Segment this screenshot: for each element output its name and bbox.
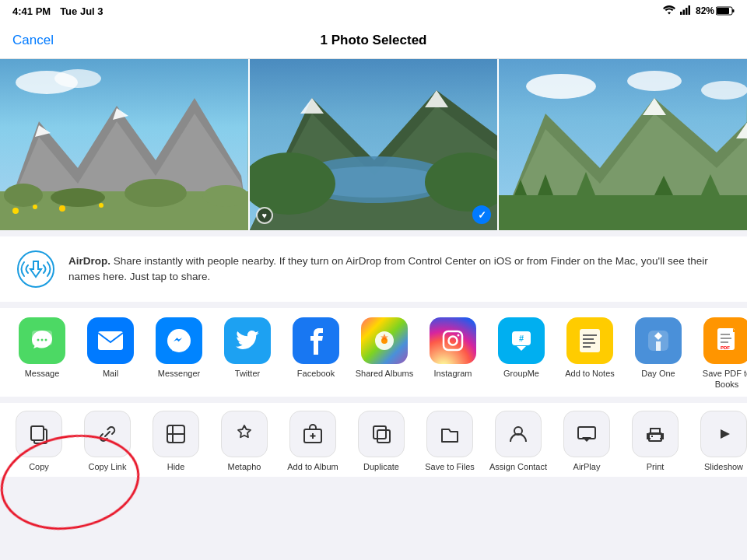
cancel-button[interactable]: Cancel: [12, 33, 54, 48]
action-airplay-label: AirPlay: [573, 461, 601, 472]
action-copy-link-label: Copy Link: [89, 461, 127, 472]
svg-text:PDF: PDF: [721, 345, 730, 350]
facebook-icon: [293, 317, 339, 364]
airplay-icon: [563, 411, 610, 457]
airdrop-title: AirDrop.: [68, 255, 110, 267]
photo-item-2[interactable]: ♥ ✓: [248, 59, 498, 230]
photo-badge-heart: ♥: [256, 207, 273, 224]
app-twitter[interactable]: Twitter: [213, 317, 282, 379]
add-to-album-icon: [289, 411, 336, 457]
app-shared-albums[interactable]: Shared Albums: [350, 317, 419, 379]
groupme-icon: #: [498, 317, 545, 364]
action-copy-link[interactable]: Copy Link: [73, 411, 142, 472]
action-copy[interactable]: Copy: [5, 411, 73, 472]
photo-item-1[interactable]: [0, 59, 248, 230]
svg-rect-67: [656, 341, 661, 351]
status-icons: 82%: [663, 5, 735, 17]
app-save-pdf[interactable]: PDF Save PDF to Books: [693, 317, 747, 390]
svg-point-15: [4, 184, 43, 207]
duplicate-icon: [358, 411, 405, 457]
app-groupme[interactable]: # GroupMe: [487, 317, 556, 379]
svg-text:#: #: [519, 334, 524, 343]
svg-rect-40: [499, 195, 747, 230]
svg-rect-62: [583, 334, 597, 336]
action-metapho[interactable]: Metapho: [210, 411, 279, 472]
app-add-to-notes[interactable]: Add to Notes: [556, 317, 624, 379]
action-print[interactable]: Print: [621, 411, 689, 472]
nav-bar: Cancel 1 Photo Selected: [0, 22, 747, 59]
svg-rect-64: [583, 342, 595, 344]
status-bar: 4:41 PM Tue Jul 3 82%: [0, 0, 747, 22]
svg-point-18: [202, 185, 248, 207]
app-twitter-label: Twitter: [235, 368, 260, 379]
svg-point-56: [449, 337, 458, 345]
nav-title: 1 Photo Selected: [321, 33, 427, 48]
copy-link-icon: [84, 411, 131, 457]
svg-rect-1: [682, 9, 685, 15]
airdrop-section: AirDrop. Share instantly with people nea…: [0, 236, 747, 302]
app-shared-albums-label: Shared Albums: [356, 368, 414, 379]
action-slideshow-label: Slideshow: [704, 461, 743, 472]
heart-icon: ♥: [261, 211, 267, 220]
status-time-date: 4:41 PM Tue Jul 3: [12, 5, 103, 17]
svg-rect-65: [583, 346, 591, 348]
svg-point-20: [33, 205, 37, 209]
app-facebook[interactable]: Facebook: [282, 317, 350, 379]
svg-rect-83: [578, 427, 595, 439]
action-slideshow[interactable]: Slideshow: [689, 411, 747, 472]
share-apps-row: Message Mail Messenger Twitter Facebook: [0, 317, 747, 390]
action-duplicate[interactable]: Duplicate: [347, 411, 416, 472]
app-mail[interactable]: Mail: [76, 317, 145, 379]
svg-point-35: [701, 81, 747, 100]
action-add-to-album[interactable]: Add to Album: [279, 411, 347, 472]
action-add-to-album-label: Add to Album: [287, 461, 338, 472]
svg-point-49: [41, 339, 44, 341]
app-mail-label: Mail: [103, 368, 118, 379]
message-icon: [19, 317, 65, 364]
svg-rect-55: [444, 331, 462, 350]
share-apps-section: Message Mail Messenger Twitter Facebook: [0, 308, 747, 397]
save-to-files-icon: [426, 411, 473, 457]
instagram-icon: [430, 317, 476, 364]
svg-point-48: [37, 339, 40, 341]
svg-marker-87: [721, 429, 730, 439]
svg-rect-74: [31, 426, 44, 440]
copy-icon: [16, 411, 62, 457]
svg-marker-60: [517, 346, 526, 351]
svg-point-9: [54, 69, 101, 88]
battery-icon: 82%: [696, 5, 735, 16]
action-hide[interactable]: Hide: [142, 411, 210, 472]
check-mark-icon: ✓: [478, 209, 486, 221]
action-save-to-files-label: Save to Files: [425, 461, 475, 472]
photo-item-3[interactable]: [497, 59, 747, 230]
svg-rect-61: [580, 329, 600, 352]
svg-point-34: [627, 71, 682, 91]
add-to-notes-icon: [566, 317, 613, 364]
app-day-one[interactable]: Day One: [624, 317, 693, 379]
svg-rect-63: [583, 338, 594, 340]
svg-point-16: [51, 188, 105, 207]
app-instagram-label: Instagram: [434, 368, 472, 379]
svg-rect-51: [98, 331, 123, 350]
print-icon: [632, 411, 679, 457]
twitter-icon: [224, 317, 271, 364]
action-hide-label: Hide: [167, 461, 185, 472]
svg-rect-6: [717, 8, 729, 14]
app-instagram[interactable]: Instagram: [419, 317, 487, 379]
app-messenger[interactable]: Messenger: [145, 317, 213, 379]
battery-percent: 82%: [696, 5, 714, 16]
svg-point-21: [59, 205, 65, 212]
photo-bg-3: [499, 59, 747, 230]
action-print-label: Print: [647, 461, 665, 472]
action-duplicate-label: Duplicate: [363, 461, 399, 472]
app-message[interactable]: Message: [8, 317, 76, 379]
action-assign-contact[interactable]: Assign Contact: [484, 411, 552, 472]
metapho-icon: [221, 411, 268, 457]
app-save-pdf-label: Save PDF to Books: [693, 368, 747, 390]
actions-row: Copy Copy Link Hide Metapho Add to Album: [0, 411, 747, 472]
wifi-icon: [663, 5, 675, 17]
action-airplay[interactable]: AirPlay: [552, 411, 621, 472]
svg-rect-69: [721, 334, 730, 335]
action-assign-contact-label: Assign Contact: [489, 461, 547, 472]
action-save-to-files[interactable]: Save to Files: [416, 411, 484, 472]
